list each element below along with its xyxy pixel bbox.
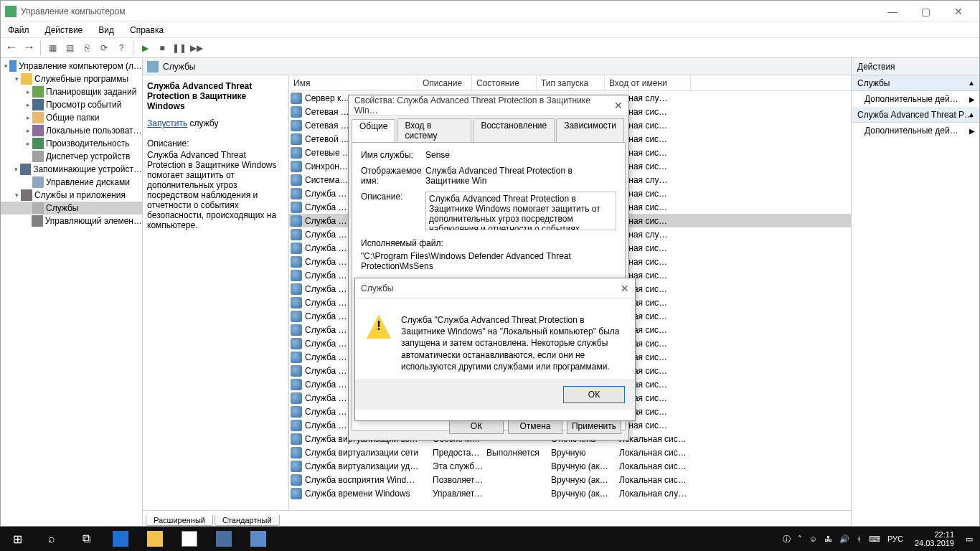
tree-storage[interactable]: ▾Запоминающие устройст… [1,163,142,176]
submenu-icon: ▶ [969,127,975,135]
service-icon [291,256,302,268]
tree-performance[interactable]: ▸Производительность [1,137,142,150]
actions-more-1[interactable]: Дополнительные дей…▶ [852,91,979,107]
tab-logon[interactable]: Вход в систему [397,118,471,142]
tree-root[interactable]: ▾Управление компьютером (л… [1,60,142,72]
msgbox-footer: ОК [355,380,635,410]
tray-volume-icon[interactable]: 🔊 [839,534,849,544]
close-button[interactable]: ✕ [942,1,975,22]
tree-device-manager[interactable]: ·Диспетчер устройств [1,150,142,163]
description-label: Описание: [361,192,425,232]
pause-icon[interactable]: ❚❚ [171,40,187,56]
tab-extended[interactable]: Расширенный [146,515,213,526]
tab-general[interactable]: Общие [352,119,395,143]
msgbox-titlebar[interactable]: Службы ✕ [355,278,635,298]
service-row[interactable]: Служба виртуализации уд…Эта служб…Вручну… [289,459,851,473]
taskbar-app-store[interactable] [172,527,207,551]
dialog-close-button[interactable]: ✕ [614,100,623,111]
service-icon [291,420,302,431]
tray-bluetooth-icon[interactable]: ᚼ [857,534,862,543]
service-icon [291,433,302,445]
services-header: Службы [143,58,851,75]
maximize-button[interactable]: ▢ [909,1,942,22]
up-button[interactable]: ▦ [44,40,60,56]
description-textarea[interactable]: Служба Advanced Threat Protection в Защи… [425,192,616,230]
service-icon [291,338,302,349]
tray-help-icon[interactable]: ⓘ [783,534,791,545]
start-button[interactable]: ⊞ [0,527,34,551]
restart-icon[interactable]: ▶▶ [189,40,204,56]
export-button[interactable]: ⎘ [79,40,95,56]
titlebar[interactable]: Управление компьютером — ▢ ✕ [1,1,979,22]
tray-language[interactable]: РУС [887,534,903,543]
tree-services[interactable]: ·Службы [1,202,142,215]
service-icon [291,392,302,404]
tree-disk-management[interactable]: ·Управление дисками [1,176,142,189]
service-row[interactable]: Служба восприятия Wind…Позволяет…Вручную… [289,473,851,486]
tree-event-viewer[interactable]: ▸Просмотр событий [1,98,142,111]
dialog-titlebar[interactable]: Свойства: Служба Advanced Threat Protect… [349,95,628,116]
taskbar[interactable]: ⊞ ⌕ ⧉ ⓘ ˄ ☺ 🖧 🔊 ᚼ ⌨ РУС 22:11 24.03.2019… [0,527,980,551]
tree-services-apps[interactable]: ▾Службы и приложения [1,189,142,202]
service-icon [291,133,302,145]
taskbar-app-explorer[interactable] [138,527,172,551]
col-name[interactable]: Имя [289,75,418,90]
service-icon [291,93,302,104]
tree-task-scheduler[interactable]: ▸Планировщик заданий [1,85,142,98]
service-icon [291,461,302,472]
play-icon[interactable]: ▶ [137,40,153,56]
minimize-button[interactable]: — [876,1,909,22]
tray-clock[interactable]: 22:11 24.03.2019 [910,530,958,547]
tab-dependencies[interactable]: Зависимости [556,118,624,142]
menu-view[interactable]: Вид [95,25,117,35]
actions-group-services[interactable]: Службы▲ [852,75,979,91]
col-description[interactable]: Описание [418,75,472,90]
menu-action[interactable]: Действие [42,25,86,35]
taskbar-app-mmc[interactable] [241,527,275,551]
help-button[interactable]: ? [113,40,129,56]
actions-group-selected[interactable]: Служба Advanced Threat P…▲ [852,107,979,123]
properties-button[interactable]: ▤ [62,40,77,56]
tab-recovery[interactable]: Восстановление [473,118,555,142]
menu-help[interactable]: Справка [127,25,166,35]
tree-local-users[interactable]: ▸Локальные пользоват… [1,124,142,137]
msgbox-close-button[interactable]: ✕ [621,283,629,294]
separator [133,41,133,55]
start-service-link[interactable]: Запустить [147,118,187,128]
tray-chevron-up-icon[interactable]: ˄ [798,534,802,544]
service-row[interactable]: Служба времени WindowsУправляет…Вручную … [289,486,851,500]
taskbar-app-mail[interactable] [207,527,241,551]
service-row[interactable]: Служба виртуализации сетиПредостав…Выпол… [289,446,851,459]
tab-standard[interactable]: Стандартный [215,515,280,526]
col-startup-type[interactable]: Тип запуска [537,75,605,90]
tray-people-icon[interactable]: ☺ [809,534,817,543]
back-button[interactable]: ⭠ [4,40,19,56]
service-icon [291,311,302,322]
service-icon [291,379,302,390]
service-name-label: Имя службы: [361,150,425,160]
tray-keyboard-icon[interactable]: ⌨ [869,534,880,544]
refresh-button[interactable]: ⟳ [96,40,112,56]
actions-more-2[interactable]: Дополнительные дей…▶ [852,123,979,138]
forward-button[interactable]: ⭢ [21,40,37,56]
toolbar: ⭠ ⭢ ▦ ▤ ⎘ ⟳ ? ▶ ■ ❚❚ ▶▶ [1,38,979,58]
tree-shared-folders[interactable]: ▸Общие папки [1,111,142,124]
service-icon [291,120,302,131]
col-state[interactable]: Состояние [472,75,537,90]
msgbox-ok-button[interactable]: ОК [563,386,625,403]
tray-network-icon[interactable]: 🖧 [824,534,832,543]
taskbar-app-edge[interactable] [103,527,138,551]
tree-system-tools[interactable]: ▾Служебные программы [1,72,142,85]
stop-icon[interactable]: ■ [154,40,170,56]
executable-label: Исполняемый файл: [361,238,616,248]
task-view-button[interactable]: ⧉ [69,527,103,551]
display-name-label: Отображаемое имя: [361,166,425,186]
navigation-tree[interactable]: ▾Управление компьютером (л… ▾Служебные п… [1,58,143,526]
menu-file[interactable]: Файл [5,25,32,35]
collapse-icon: ▲ [968,110,975,118]
service-icon [291,147,302,159]
tray-notifications-icon[interactable]: ▭ [966,534,973,544]
search-button[interactable]: ⌕ [34,527,69,551]
tree-wmi-control[interactable]: ·Управляющий элемен… [1,215,142,227]
col-logon-as[interactable]: Вход от имени [605,75,691,90]
